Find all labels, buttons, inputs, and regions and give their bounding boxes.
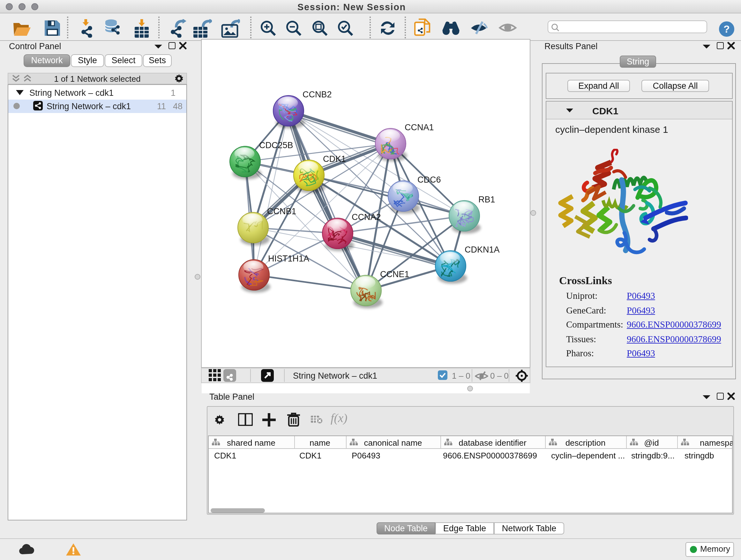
svg-text:?: ?: [724, 23, 730, 35]
svg-text:HIST1H1A: HIST1H1A: [268, 254, 309, 263]
svg-text:CDKN1A: CDKN1A: [465, 245, 500, 254]
svg-text:CCNB1: CCNB1: [267, 206, 296, 216]
svg-text:CDC25B: CDC25B: [259, 140, 293, 150]
svg-text:CCNB2: CCNB2: [302, 90, 332, 99]
svg-text:CDK1: CDK1: [323, 154, 346, 164]
svg-text:CCNA2: CCNA2: [352, 212, 381, 222]
svg-text:CCNE1: CCNE1: [380, 269, 409, 279]
svg-text:CDC6: CDC6: [417, 175, 441, 185]
svg-text:CCNA1: CCNA1: [405, 123, 434, 132]
svg-text:RB1: RB1: [478, 195, 495, 204]
